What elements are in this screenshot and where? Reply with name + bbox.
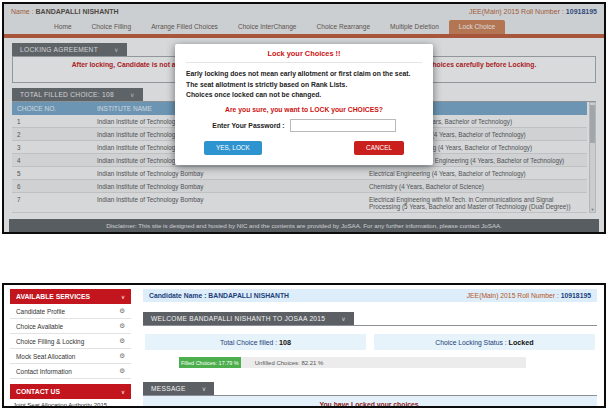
gear-icon: ⚙ — [119, 322, 125, 330]
address-line: Joint Seat Allocation Authority 2015 — [10, 399, 131, 408]
sidebar-item-label: Choice Filling & Locking — [16, 338, 84, 345]
gear-icon: ⚙ — [119, 367, 125, 375]
gear-icon: ⚙ — [119, 307, 125, 315]
contact-address: Joint Seat Allocation Authority 2015 Ind… — [10, 399, 131, 408]
dialog-text-line: Choices once locked can not be changed. — [186, 90, 422, 101]
candidate-dashboard-window: AVAILABLE SERVICES ∨ Candidate Profile ⚙… — [2, 283, 606, 408]
sidebar: AVAILABLE SERVICES ∨ Candidate Profile ⚙… — [4, 285, 136, 406]
available-services-title: AVAILABLE SERVICES — [16, 293, 90, 300]
candidate-name-value: BANDAPALLI NISHANTH — [208, 292, 289, 299]
candidate-name-label: Candidate Name : — [149, 292, 206, 299]
message-box: You have Locked your choices. Click here… — [143, 396, 597, 408]
dialog-text-line: Early locking does not mean early allotm… — [186, 69, 422, 80]
cancel-button[interactable]: CANCEL — [354, 141, 404, 155]
locked-message: You have Locked your choices. — [143, 400, 597, 408]
filled-progress: Filled Choices: 17.79 % — [179, 357, 241, 368]
yes-lock-button[interactable]: YES, LOCK — [204, 141, 262, 155]
sidebar-item-label: Mock Seat Allocation — [16, 353, 75, 360]
contact-us-title: CONTACT US — [16, 388, 60, 395]
dialog-text-line: The seat allotment is strictly based on … — [186, 80, 422, 91]
chevron-down-icon: ∨ — [121, 389, 125, 395]
sidebar-item-label: Choice Available — [16, 323, 63, 330]
lock-choices-dialog: Lock your Choices !! Early locking does … — [175, 44, 433, 165]
services-list: Candidate Profile ⚙ Choice Available ⚙ C… — [10, 304, 131, 379]
sidebar-item[interactable]: Choice Available ⚙ — [10, 319, 131, 334]
lock-status-value: Locked — [509, 338, 534, 347]
password-label: Enter Your Password : — [212, 122, 284, 129]
sidebar-item[interactable]: Contact Information ⚙ — [10, 364, 131, 379]
message-title: MESSAGE — [151, 385, 186, 392]
chevron-down-icon: ∨ — [202, 385, 207, 392]
roll-label: JEE(Main) 2015 Roll Number : — [467, 292, 559, 299]
roll-value: 10918195 — [561, 292, 591, 299]
chevron-down-icon: ∨ — [341, 315, 346, 322]
password-input[interactable] — [290, 119, 396, 132]
gear-icon: ⚙ — [119, 337, 125, 345]
message-header[interactable]: MESSAGE ∨ — [143, 382, 214, 395]
choices-progress-bar: Filled Choices: 17.79 % Unfilled Choices… — [179, 357, 526, 368]
total-filled-label: Total Choice filled : — [220, 339, 277, 346]
sidebar-item[interactable]: Mock Seat Allocation ⚙ — [10, 349, 131, 364]
welcome-header[interactable]: WELCOME BANDAPALLI NISHANTH TO JOSAA 201… — [143, 312, 354, 325]
total-choice-filled: Total Choice filled : 108 — [145, 334, 366, 350]
sidebar-item-label: Candidate Profile — [16, 308, 65, 315]
welcome-title: WELCOME BANDAPALLI NISHANTH TO JOSAA 201… — [151, 315, 325, 322]
choice-locking-status: Choice Locking Status : Locked — [374, 334, 595, 350]
sidebar-item[interactable]: Candidate Profile ⚙ — [10, 304, 131, 319]
dialog-confirm-question: Are you sure, you want to LOCK your CHOI… — [186, 106, 422, 113]
unfilled-progress: Unfilled Choices: 82.21 % — [241, 357, 526, 368]
contact-us-header[interactable]: CONTACT US ∨ — [10, 384, 131, 399]
gear-icon: ⚙ — [119, 352, 125, 360]
sidebar-item-label: Contact Information — [16, 368, 72, 375]
total-filled-value: 108 — [279, 338, 291, 347]
lock-status-label: Choice Locking Status : — [435, 339, 506, 346]
lock-choice-window: Name : BANDAPALLI NISHANTH JEE(Main) 201… — [2, 2, 606, 234]
dashboard-main: Candidate Name : BANDAPALLI NISHANTH JEE… — [136, 285, 604, 406]
chevron-down-icon: ∨ — [121, 294, 125, 300]
available-services-header[interactable]: AVAILABLE SERVICES ∨ — [10, 289, 131, 304]
sidebar-item[interactable]: Choice Filling & Locking ⚙ — [10, 334, 131, 349]
choice-stats: Total Choice filled : 108 Choice Locking… — [143, 326, 597, 368]
candidate-info-bar: Candidate Name : BANDAPALLI NISHANTH JEE… — [143, 289, 597, 302]
dialog-title: Lock your Choices !! — [186, 49, 422, 63]
